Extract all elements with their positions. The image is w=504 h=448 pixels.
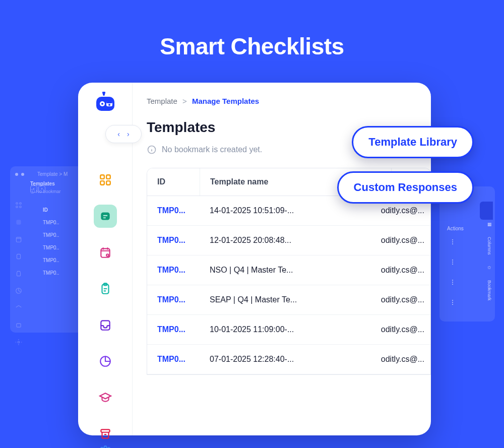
- cell-name: 07-01-2025 12:28:40-...: [200, 345, 326, 374]
- pager-next[interactable]: ›: [127, 130, 130, 138]
- svg-point-3: [20, 206, 22, 208]
- cell-name: NSO | Q4 | Master Te...: [200, 255, 326, 285]
- svg-rect-20: [106, 181, 110, 185]
- svg-rect-7: [17, 324, 21, 327]
- table-body: TMP0... 14-01-2025 10:51:09-... oditly.c…: [147, 196, 430, 374]
- svg-point-2: [16, 206, 18, 208]
- pie-icon: [99, 355, 112, 368]
- nav-reports[interactable]: [94, 350, 117, 373]
- table-row[interactable]: TMP0... 12-01-2025 20:08:48... oditly.cs…: [147, 226, 430, 255]
- cell-owner: oditly.cs@...: [365, 345, 430, 374]
- template-icon: [99, 210, 112, 223]
- cell-owner: oditly.cs@...: [365, 285, 430, 314]
- svg-point-16: [108, 104, 110, 106]
- svg-rect-4: [16, 220, 21, 224]
- nav-clipboard[interactable]: [94, 277, 117, 300]
- sidebar: ‹ ›: [78, 83, 133, 435]
- archive-icon: [99, 427, 112, 440]
- svg-rect-23: [103, 217, 105, 218]
- cell-name: 10-01-2025 11:09:00-...: [200, 315, 326, 344]
- cell-tags: [326, 255, 365, 285]
- table-row[interactable]: TMP0... 10-01-2025 11:09:00-... oditly.c…: [147, 315, 430, 345]
- svg-point-25: [106, 254, 108, 256]
- cell-tags: [326, 226, 365, 255]
- cell-tags: [326, 345, 365, 374]
- svg-point-10: [102, 92, 105, 94]
- nav-calendar[interactable]: [94, 241, 117, 264]
- svg-rect-5: [16, 237, 21, 242]
- breadcrumb-current: Manage Templates: [192, 97, 259, 105]
- cell-owner: oditly.cs@...: [365, 226, 430, 255]
- svg-point-0: [16, 203, 18, 205]
- cell-name: SEAP | Q4 | Master Te...: [200, 285, 326, 314]
- col-id[interactable]: ID: [147, 168, 200, 196]
- table-row[interactable]: TMP0... SEAP | Q4 | Master Te... oditly.…: [147, 285, 430, 315]
- svg-point-13: [101, 103, 103, 105]
- cell-name: 14-01-2025 10:51:09-...: [200, 196, 326, 225]
- chevron-right-icon: >: [182, 97, 187, 105]
- cell-id[interactable]: TMP0...: [147, 345, 200, 374]
- graduation-icon: [99, 391, 112, 404]
- svg-rect-22: [103, 215, 107, 216]
- svg-point-1: [20, 203, 22, 205]
- gear-icon: [99, 445, 112, 448]
- cell-name: 12-01-2025 20:08:48...: [200, 226, 326, 255]
- svg-rect-6: [17, 254, 21, 259]
- cell-id[interactable]: TMP0...: [147, 226, 200, 255]
- breadcrumb: Template > Manage Templates: [147, 97, 431, 105]
- cell-tags: [326, 285, 365, 314]
- cell-tags: [326, 315, 365, 344]
- cell-owner: oditly.cs@...: [365, 315, 430, 344]
- nav-settings[interactable]: [94, 445, 117, 448]
- feature-pill-library: Template Library: [352, 126, 474, 158]
- calendar-icon: [99, 246, 112, 259]
- clipboard-icon: [99, 282, 112, 295]
- nav-inbox[interactable]: [94, 313, 117, 337]
- cell-owner: oditly.cs@...: [365, 255, 430, 285]
- hero-title: Smart Checklists: [0, 0, 504, 60]
- feature-pill-responses: Custom Responses: [337, 171, 474, 204]
- cell-id[interactable]: TMP0...: [147, 285, 200, 314]
- svg-rect-17: [100, 175, 104, 179]
- table-row[interactable]: TMP0... 07-01-2025 12:28:40-... oditly.c…: [147, 345, 430, 374]
- cell-id[interactable]: TMP0...: [147, 315, 200, 344]
- breadcrumb-root[interactable]: Template: [147, 97, 177, 105]
- ghost-panel-right: Actions ▦ Columns ✩ Bookmark: [439, 186, 495, 322]
- cell-id[interactable]: TMP0...: [147, 196, 200, 225]
- nav-templates[interactable]: [94, 205, 117, 228]
- info-icon: [147, 145, 157, 155]
- svg-point-8: [18, 341, 20, 343]
- svg-rect-15: [106, 101, 112, 103]
- app-logo: [94, 92, 116, 116]
- nav-archive[interactable]: [94, 422, 117, 445]
- nav-dashboard[interactable]: [94, 168, 117, 191]
- nav-academy[interactable]: [94, 386, 117, 409]
- svg-rect-18: [106, 175, 110, 179]
- pager: ‹ ›: [105, 125, 142, 143]
- cell-id[interactable]: TMP0...: [147, 255, 200, 285]
- nav: [94, 168, 117, 445]
- svg-rect-19: [100, 181, 104, 185]
- svg-rect-28: [101, 429, 109, 432]
- inbox-icon: [99, 318, 112, 332]
- table-row[interactable]: TMP0... NSO | Q4 | Master Te... oditly.c…: [147, 255, 430, 285]
- pager-prev[interactable]: ‹: [117, 130, 120, 138]
- grid-icon: [99, 173, 112, 186]
